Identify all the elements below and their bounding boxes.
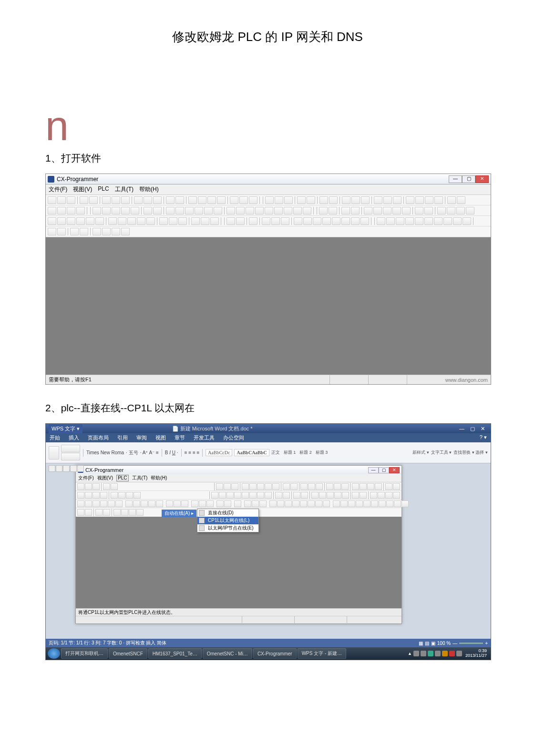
tb-btn[interactable] (311, 492, 319, 499)
find-replace[interactable]: 查找替换 ▾ 选择 ▾ (453, 450, 488, 456)
tb-btn[interactable] (246, 207, 254, 215)
taskbar-clock[interactable]: 0:39 2013/11/27 (463, 649, 489, 658)
tb-btn[interactable] (85, 483, 92, 490)
tb-save-icon[interactable] (67, 196, 75, 204)
tb-btn[interactable] (181, 501, 188, 507)
cut-icon[interactable] (61, 445, 80, 452)
tb-paste-icon[interactable] (121, 196, 130, 204)
wps-tab[interactable]: WPS 文字 ▾ (49, 424, 82, 433)
min-icon[interactable]: — (459, 426, 464, 431)
side-icon[interactable] (49, 465, 55, 472)
tb-btn[interactable] (361, 196, 370, 204)
side-icon[interactable] (77, 465, 84, 472)
tab-insert[interactable]: 插入 (69, 434, 79, 441)
style-preview[interactable]: AaBbCcDc (206, 449, 232, 456)
tb-btn[interactable] (341, 207, 350, 215)
tb-btn[interactable] (300, 483, 308, 490)
tb-btn[interactable] (206, 501, 214, 507)
max-button[interactable]: ▢ (379, 467, 389, 473)
tb-btn[interactable] (386, 217, 395, 225)
tray-arrow-icon[interactable]: ▲ (408, 651, 412, 656)
tb-btn[interactable] (111, 483, 118, 490)
tb-btn[interactable] (329, 196, 338, 204)
taskbar-item[interactable]: 打开网页和联机… (61, 648, 108, 659)
fmt-painter-icon[interactable] (61, 453, 80, 460)
font-name[interactable]: Times New Roma (86, 450, 124, 455)
tb-btn[interactable] (373, 207, 382, 215)
tb-btn[interactable] (133, 501, 140, 507)
tb-btn[interactable] (207, 196, 216, 204)
tb-btn[interactable] (174, 501, 181, 507)
tb-btn[interactable] (415, 196, 424, 204)
tb-btn[interactable] (204, 207, 213, 215)
tb-btn[interactable] (415, 207, 423, 215)
tb-btn[interactable] (118, 217, 126, 225)
tb-btn[interactable] (269, 501, 277, 507)
tb-btn[interactable] (85, 509, 92, 516)
tb-btn[interactable] (112, 207, 120, 215)
tb-btn[interactable] (156, 501, 163, 507)
tb-btn[interactable] (195, 207, 203, 215)
tb-help-icon[interactable] (239, 196, 248, 204)
tb-btn[interactable] (113, 509, 121, 516)
tb-btn[interactable] (293, 492, 300, 499)
view-icon[interactable]: ▣ (431, 641, 435, 646)
tb-btn[interactable] (57, 217, 66, 225)
tb-btn[interactable] (342, 492, 349, 499)
tb-btn[interactable] (283, 483, 290, 490)
text-tools[interactable]: 文字工具 ▾ (431, 450, 452, 456)
paste-icon[interactable] (49, 446, 59, 460)
tb-btn[interactable] (434, 196, 443, 204)
tb-btn[interactable] (257, 483, 264, 490)
tb-btn[interactable] (364, 207, 372, 215)
tb-zoomin-icon[interactable] (57, 207, 66, 215)
tb-btn[interactable] (102, 228, 111, 235)
tb-btn[interactable] (57, 228, 66, 235)
tb-btn[interactable] (466, 207, 474, 215)
tb-btn[interactable] (121, 228, 130, 235)
menu-tools[interactable]: 工具(T) (132, 475, 148, 481)
tb-btn[interactable] (216, 483, 223, 490)
tb-btn[interactable] (374, 196, 382, 204)
view-icon[interactable]: ▦ (419, 641, 423, 646)
new-style[interactable]: 新样式 ▾ (412, 450, 429, 456)
tb-btn[interactable] (198, 196, 206, 204)
tb-btn[interactable] (351, 217, 360, 225)
tb-btn[interactable] (385, 492, 392, 499)
tb-btn[interactable] (401, 501, 409, 507)
tb-btn[interactable] (283, 492, 290, 499)
tb-btn[interactable] (297, 196, 306, 204)
tb-btn[interactable] (148, 501, 155, 507)
tb-btn[interactable] (108, 217, 117, 225)
tb-btn[interactable] (249, 492, 257, 499)
tb-btn[interactable] (274, 207, 283, 215)
tb-btn[interactable] (356, 501, 363, 507)
tb-btn[interactable] (121, 207, 130, 215)
tb-btn[interactable] (141, 501, 148, 507)
tab-view[interactable]: 视图 (155, 434, 166, 441)
tb-btn[interactable] (153, 207, 162, 215)
tb-btn[interactable] (377, 217, 385, 225)
tb-btn[interactable] (252, 501, 259, 507)
tb-btn[interactable] (70, 228, 79, 235)
tb-btn[interactable] (329, 207, 337, 215)
tab-start[interactable]: 开始 (50, 434, 60, 441)
tb-btn[interactable] (265, 483, 272, 490)
tb-btn[interactable] (93, 492, 100, 499)
taskbar-item[interactable]: WPS 文字 - 新建… (298, 648, 346, 659)
tb-btn[interactable] (257, 492, 264, 499)
tb-btn[interactable] (188, 196, 197, 204)
close-icon[interactable]: ✕ (481, 426, 485, 432)
tray-icon[interactable] (413, 651, 419, 656)
tb-btn[interactable] (144, 196, 152, 204)
tb-play-icon[interactable] (281, 217, 289, 225)
tray-icon[interactable] (449, 651, 455, 656)
tb-btn[interactable] (313, 217, 321, 225)
tb-btn[interactable] (93, 501, 100, 507)
tb-btn[interactable] (371, 501, 378, 507)
tb-btn[interactable] (226, 217, 235, 225)
tb-btn[interactable] (185, 207, 194, 215)
tb-btn[interactable] (301, 492, 308, 499)
font-size[interactable]: · 五号 (126, 450, 138, 456)
tb-zoomout-icon[interactable] (67, 207, 75, 215)
